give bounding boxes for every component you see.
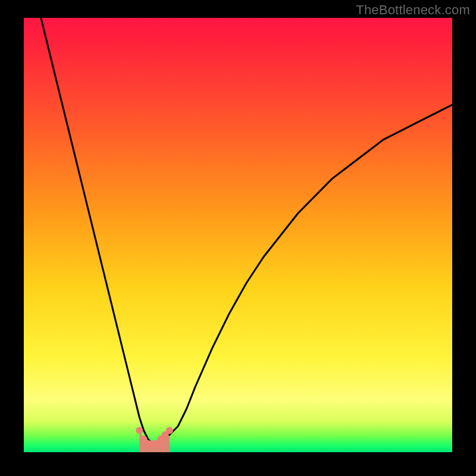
watermark-text: TheBottleneck.com [356, 2, 470, 18]
curve-layer [24, 18, 452, 452]
svg-point-8 [166, 427, 173, 434]
chart-frame: TheBottleneck.com [0, 0, 476, 476]
plot-area [24, 18, 452, 452]
axis-spacer-bottom [24, 452, 452, 476]
svg-point-1 [136, 427, 143, 434]
bottleneck-curve [41, 18, 452, 443]
